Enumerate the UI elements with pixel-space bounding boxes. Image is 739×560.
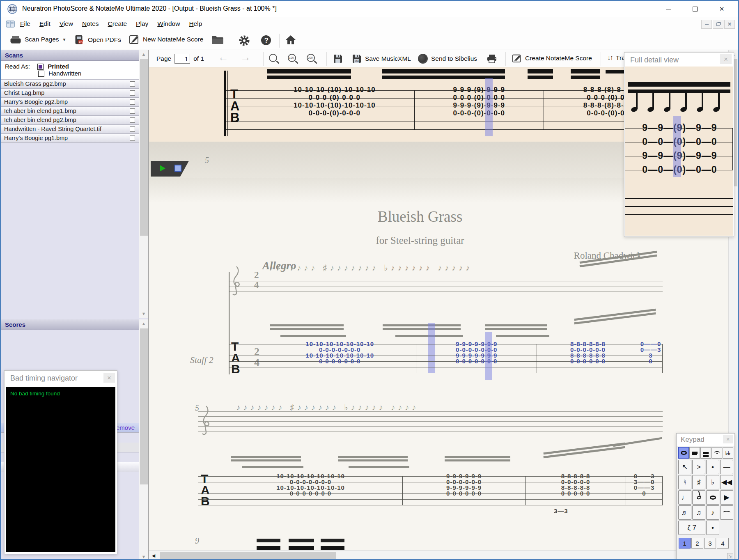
menu-help[interactable]: Help: [184, 17, 207, 28]
handwritten-checkbox[interactable]: [38, 71, 44, 77]
menu-view[interactable]: View: [55, 17, 78, 28]
title-bar[interactable]: Neuratron PhotoScore & NotateMe Ultimate…: [1, 1, 738, 17]
print-button[interactable]: [487, 54, 497, 64]
scroll-left-icon[interactable]: ◀: [149, 551, 158, 560]
tab-measure[interactable]: 0——00——330: [639, 344, 663, 373]
scan-file-item[interactable]: Ich aber bin elend pg2.bmp: [1, 116, 139, 125]
scrollbar-thumb[interactable]: [140, 328, 148, 484]
file-checkbox[interactable]: [130, 135, 135, 141]
zoom-200-button[interactable]: 200: [307, 54, 315, 62]
open-pdfs-button[interactable]: PDF Open PDFs: [74, 34, 121, 45]
menu-create[interactable]: Create: [103, 17, 132, 28]
scroll-down-icon[interactable]: ▼: [139, 310, 148, 318]
flat-button[interactable]: ♭: [706, 475, 719, 489]
file-checkbox[interactable]: [130, 126, 135, 132]
menu-window[interactable]: Window: [153, 17, 184, 28]
menu-file[interactable]: File: [16, 17, 35, 28]
keypad-number-1[interactable]: 1: [679, 538, 691, 549]
half-note-button[interactable]: [692, 490, 705, 505]
file-checkbox[interactable]: [130, 117, 135, 123]
minimize-button[interactable]: [657, 2, 680, 16]
close-icon[interactable]: ✕: [103, 373, 115, 383]
page-input[interactable]: [174, 54, 190, 64]
whole-note-button[interactable]: [706, 490, 719, 505]
staccato-button[interactable]: •: [706, 460, 719, 474]
scan-file-item[interactable]: Christ Lag.bmp: [1, 89, 139, 98]
play-icon[interactable]: [160, 165, 165, 172]
close-icon[interactable]: ✕: [723, 435, 733, 443]
mdi-restore-button[interactable]: [713, 20, 723, 29]
scans-scrollbar[interactable]: ▲ ▼: [139, 50, 148, 318]
tab-measure[interactable]: 10-10-10-10-10-10-100-0-0-0-0-0-010-10-1…: [219, 476, 403, 505]
scores-scrollbar[interactable]: ▲ ▼: [139, 319, 148, 560]
tab-measure[interactable]: 9—9—(9)—9—90—0—(0)—0—09—9—(9)—9—90—0—(0)…: [627, 128, 733, 170]
keypad-title[interactable]: Keypad ✕: [677, 434, 734, 446]
keypad-number-3[interactable]: 3: [704, 538, 716, 549]
bad-timing-title[interactable]: Bad timing navigator ✕: [5, 371, 117, 386]
save-button[interactable]: [333, 54, 343, 64]
menu-notes[interactable]: Notes: [78, 17, 103, 28]
scrollbar-thumb[interactable]: [160, 552, 336, 560]
full-detail-title[interactable]: Full detail view ✕: [624, 53, 734, 66]
cursor-button[interactable]: ↖: [678, 460, 691, 474]
file-checkbox[interactable]: [130, 81, 135, 87]
menu-edit[interactable]: Edit: [35, 17, 55, 28]
open-folder-button[interactable]: [211, 34, 224, 45]
stop-icon[interactable]: [174, 165, 181, 172]
resize-grip-icon[interactable]: ↘: [727, 553, 733, 559]
file-checkbox[interactable]: [130, 108, 135, 114]
accent-button[interactable]: >: [692, 460, 705, 474]
rests-button[interactable]: ζ 7: [678, 521, 705, 535]
save-musicxml-button[interactable]: XML Save MusicXML: [352, 54, 411, 64]
tab-measure[interactable]: 10-10-10-10-10-10-100-0-0-0-0-0-010-10-1…: [264, 344, 416, 373]
close-button[interactable]: ✕: [710, 2, 733, 16]
mdi-minimize-button[interactable]: [701, 20, 712, 29]
file-checkbox[interactable]: [130, 99, 135, 105]
scan-file-item[interactable]: Handwritten - Ravel String Quartet.tif: [1, 125, 139, 134]
beamed-note-button[interactable]: ♫: [692, 505, 705, 520]
sharp-button[interactable]: ♯: [692, 475, 705, 489]
natural-button[interactable]: ♮: [678, 475, 691, 489]
scan-file-item[interactable]: Harry's Boogie pg2.bmp: [1, 98, 139, 107]
sixteenth-note-button[interactable]: ♬: [678, 505, 691, 520]
quarter-note-button[interactable]: ♩: [678, 490, 691, 505]
keypad-number-2[interactable]: 2: [691, 538, 703, 549]
create-notateme-button[interactable]: Create NotateMe Score: [512, 54, 592, 63]
play-note-button[interactable]: ▶: [720, 490, 733, 505]
double-flat-tab[interactable]: ♭♭: [723, 447, 733, 459]
zoom-button[interactable]: [269, 54, 277, 62]
new-notateme-button[interactable]: New NotateMe Score: [129, 34, 203, 44]
next-page-button[interactable]: →: [240, 51, 251, 64]
half-rest-tab[interactable]: [689, 447, 700, 459]
zoom-100-button[interactable]: 100: [288, 54, 296, 62]
whole-note-tab[interactable]: [678, 447, 689, 459]
help-button[interactable]: ?: [260, 34, 272, 46]
dot-button[interactable]: •: [706, 521, 719, 535]
tab-measure[interactable]: 9-9-9-(9)-9-9-90-0-0-(0)-0-0-09-9-9-(9)-…: [415, 90, 544, 130]
tenuto-button[interactable]: —: [720, 460, 733, 474]
scan-file-item[interactable]: Blueish Grass pg2.bmp: [1, 80, 139, 89]
tab-measure[interactable]: 8-8-8-8-80-0-0-0-08-8-8-8-80-0-0-0-0: [526, 476, 626, 505]
keypad-number-4[interactable]: 4: [717, 538, 729, 549]
eighth-note-button[interactable]: ♪: [706, 505, 719, 520]
output-tab-staff-2[interactable]: 10-10-10-10-10-10-100-0-0-0-0-0-010-10-1…: [198, 476, 663, 505]
main-horizontal-scrollbar[interactable]: ◀: [149, 550, 728, 560]
home-button[interactable]: [285, 34, 296, 45]
whole-rest-tab[interactable]: [700, 447, 711, 459]
scan-file-item[interactable]: Harry's Boogie pg1.bmp: [1, 134, 139, 143]
settings-button[interactable]: [238, 34, 250, 47]
send-to-sibelius-button[interactable]: Send to Sibelius: [418, 54, 477, 64]
menu-play[interactable]: Play: [131, 17, 153, 28]
fermata-tab[interactable]: [711, 447, 722, 459]
tab-measure[interactable]: 0——33——00——30: [626, 476, 663, 505]
prev-page-button[interactable]: ←: [218, 51, 229, 64]
scroll-up-icon[interactable]: ▲: [139, 50, 148, 58]
tab-measure[interactable]: 9-9-9-9-9-90-0-0-0-0-09-9-9-9-9-90-0-0-0…: [403, 476, 526, 505]
scan-file-item[interactable]: Ich aber bin elend pg1.bmp: [1, 107, 139, 116]
tab-measure[interactable]: 10-10-10-(10)-10-10-100-0-0-(0)-0-0-010-…: [255, 90, 415, 130]
file-checkbox[interactable]: [130, 90, 135, 96]
tab-measure[interactable]: 9-9-9-9-9-9-90-0-0-0-0-0-09-9-9-9-9-9-90…: [416, 344, 537, 373]
scrollbar-thumb[interactable]: [140, 59, 148, 236]
rewind-button[interactable]: ◀◀: [720, 475, 733, 489]
scroll-up-icon[interactable]: ▲: [139, 319, 148, 328]
